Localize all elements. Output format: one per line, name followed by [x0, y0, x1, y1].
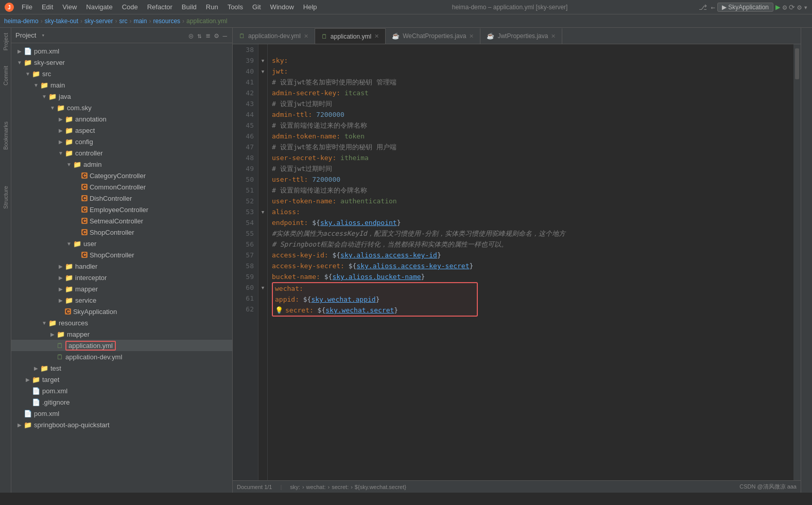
list-item[interactable]: ▶ 📄 pom.xml — [11, 408, 232, 419]
breadcrumb-sep-2: › — [115, 18, 117, 25]
breadcrumb-item-4[interactable]: main — [133, 18, 147, 25]
breadcrumb-item-2[interactable]: sky-server — [84, 18, 113, 25]
run-button[interactable]: ▶ — [775, 2, 781, 12]
tab-jwt-properties[interactable]: ☕ JwtProperties.java ✕ — [480, 28, 562, 44]
list-item[interactable]: ▶ C DishController — [11, 193, 232, 204]
tab-close-icon[interactable]: ✕ — [469, 33, 474, 40]
fold-40[interactable]: ▼ — [258, 66, 267, 77]
list-item[interactable]: ▶ C EmployeeController — [11, 204, 232, 215]
menu-code[interactable]: Code — [118, 2, 142, 12]
menu-window[interactable]: Window — [266, 2, 298, 12]
settings-icon[interactable]: ⚙ — [783, 3, 787, 11]
vertical-scrollbar[interactable] — [793, 44, 801, 480]
breadcrumb-item-6[interactable]: application.yml — [186, 18, 227, 25]
sidebar-minimize-icon[interactable]: — — [222, 30, 228, 41]
tree-arrow-icon: ▶ — [32, 365, 40, 371]
status-bc-1: wechat: — [306, 484, 326, 490]
breadcrumb-item-0[interactable]: heima-demo — [4, 18, 39, 25]
code-line-59: bucket-name: ${sky.alioss.bucket-name} — [272, 271, 789, 282]
list-item[interactable]: ▶ C CommonController — [11, 181, 232, 193]
list-item[interactable]: ▶ 📁 mapper — [11, 283, 232, 294]
menu-tools[interactable]: Tools — [223, 2, 247, 12]
menu-file[interactable]: File — [18, 2, 37, 12]
list-item[interactable]: ▶ 📁 aspect — [11, 125, 232, 136]
search-icon2[interactable]: ⚙ — [797, 3, 801, 11]
menu-git[interactable]: Git — [248, 2, 265, 12]
commit-panel-button[interactable]: Commit — [1, 64, 10, 88]
java-tab-icon: ☕ — [392, 32, 400, 40]
list-item[interactable]: ▼ 📁 java — [11, 91, 232, 102]
fold-60[interactable]: ▼ — [258, 282, 267, 293]
sidebar-settings-icon[interactable]: ⚙ — [213, 30, 219, 41]
scrollbar-thumb[interactable] — [795, 48, 799, 79]
list-item[interactable]: ▼ 📁 user — [11, 238, 232, 249]
tab-wechat-properties[interactable]: ☕ WeChatProperties.java ✕ — [386, 28, 480, 44]
bulb-icon[interactable]: 💡 — [275, 305, 283, 316]
update-icon[interactable]: ⟳ — [789, 3, 795, 11]
tab-close-icon[interactable]: ✕ — [304, 33, 308, 40]
list-item[interactable]: ▶ 📄 .gitignore — [11, 396, 232, 408]
chevron-down-icon[interactable]: ▾ — [804, 3, 808, 11]
code-line-53: alioss: — [272, 206, 789, 217]
code-text: user-token-name: authentication — [272, 196, 397, 206]
list-item[interactable]: ▼ 📁 admin — [11, 159, 232, 170]
run-configuration[interactable]: ▶ SkyApplication — [717, 3, 773, 12]
menu-run[interactable]: Run — [202, 2, 222, 12]
list-item[interactable]: ▶ 📁 service — [11, 294, 232, 306]
list-item[interactable]: ▼ 📁 src — [11, 68, 232, 79]
code-editor[interactable]: 38 39 40 41 42 43 44 45 46 47 48 49 50 5… — [233, 44, 801, 480]
code-content[interactable]: sky: jwt: # 设置jwt签名加密时使用的秘钥 管理端 admin-se… — [268, 44, 793, 480]
list-item[interactable]: ▶ C SetmealController — [11, 215, 232, 227]
bookmarks-panel-button[interactable]: Bookmarks — [1, 119, 10, 152]
menu-help[interactable]: Help — [299, 2, 321, 12]
list-item[interactable]: ▶ 📁 mapper — [11, 328, 232, 340]
tab-close-icon[interactable]: ✕ — [374, 33, 379, 40]
sidebar-sort-icon[interactable]: ⇅ — [196, 30, 202, 41]
list-item[interactable]: ▶ 📁 annotation — [11, 113, 232, 125]
list-item[interactable]: ▶ 📁 config — [11, 136, 232, 147]
tab-close-icon[interactable]: ✕ — [551, 33, 556, 40]
list-item[interactable]: ▶ 🗒 application.yml — [11, 340, 232, 351]
project-panel-button[interactable]: Project — [1, 31, 10, 53]
structure-panel-button[interactable]: Structure — [1, 184, 10, 211]
breadcrumb-item-5[interactable]: resources — [153, 18, 180, 25]
list-item[interactable]: ▶ 📁 test — [11, 362, 232, 374]
list-item[interactable]: ▶ 📁 handler — [11, 260, 232, 272]
list-item[interactable]: ▶ 🗒 application-dev.yml — [11, 351, 232, 362]
list-item[interactable]: ▶ C ShopController — [11, 227, 232, 238]
list-item[interactable]: ▼ 📁 main — [11, 79, 232, 91]
list-item[interactable]: ▼ 📁 com.sky — [11, 102, 232, 113]
sidebar-filter-icon[interactable]: ≡ — [205, 30, 211, 41]
fold-53[interactable]: ▼ — [258, 206, 267, 217]
list-item[interactable]: ▶ 📁 springboot-aop-quickstart — [11, 419, 232, 430]
sidebar-dropdown-icon[interactable]: ▾ — [41, 32, 45, 39]
list-item[interactable]: ▶ 📁 interceptor — [11, 272, 232, 283]
menu-navigate[interactable]: Navigate — [82, 2, 116, 12]
tab-application[interactable]: 🗒 application.yml ✕ — [315, 28, 386, 44]
menu-edit[interactable]: Edit — [38, 2, 57, 12]
breadcrumb-item-1[interactable]: sky-take-out — [45, 18, 78, 25]
tab-application-dev[interactable]: 🗒 application-dev.yml ✕ — [233, 28, 315, 44]
list-item[interactable]: ▶ 📄 pom.xml — [11, 45, 232, 57]
breadcrumb-item-3[interactable]: src — [119, 18, 127, 25]
list-item[interactable]: ▶ C SkyApplication — [11, 306, 232, 317]
tree-item-label: controller — [75, 149, 102, 157]
list-item[interactable]: ▼ 📁 controller — [11, 147, 232, 159]
menu-build[interactable]: Build — [178, 2, 201, 12]
java-class-icon: C — [81, 252, 88, 258]
menu-view[interactable]: View — [58, 2, 81, 12]
menu-refactor[interactable]: Refactor — [143, 2, 177, 12]
list-item[interactable]: ▶ 📁 target — [11, 374, 232, 385]
list-item[interactable]: ▶ 📄 pom.xml — [11, 385, 232, 396]
vcs-icon[interactable]: ⎇ — [699, 3, 707, 11]
fold-39[interactable]: ▼ — [258, 55, 267, 66]
list-item[interactable]: ▼ 📁 sky-server — [11, 57, 232, 68]
tab-label: JwtProperties.java — [497, 32, 548, 40]
folder-icon: 📁 — [65, 285, 73, 293]
list-item[interactable]: ▶ C CategoryController — [11, 170, 232, 181]
fold-61 — [258, 293, 267, 304]
back-icon[interactable]: ← — [711, 3, 715, 11]
list-item[interactable]: ▶ C ShopController — [11, 249, 232, 260]
sidebar-locate-icon[interactable]: ◎ — [188, 30, 194, 41]
list-item[interactable]: ▼ 📁 resources — [11, 317, 232, 328]
